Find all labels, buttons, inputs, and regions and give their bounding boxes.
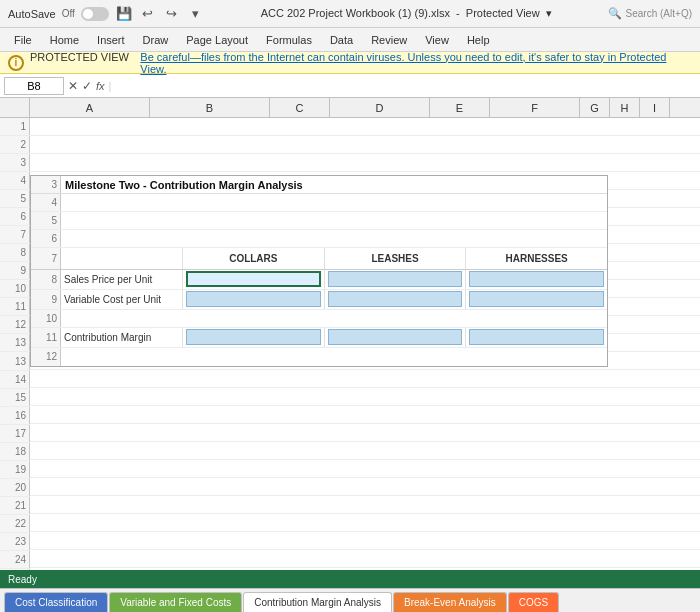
row-9-collars-cell[interactable] <box>183 290 325 309</box>
col-header-e[interactable]: E <box>430 98 490 117</box>
content-box: 3 Milestone Two - Contribution Margin An… <box>30 175 608 367</box>
menu-help[interactable]: Help <box>459 32 498 48</box>
row-8-num: 8 <box>31 270 61 289</box>
info-icon: i <box>8 55 24 71</box>
row-11-leashes-cell[interactable] <box>325 328 467 347</box>
col-label-leashes: LEASHES <box>325 248 467 269</box>
search-area: 🔍 Search (Alt+Q) <box>608 7 692 20</box>
menu-file[interactable]: File <box>6 32 40 48</box>
banner-link[interactable]: Be careful—files from the Internet can c… <box>140 51 692 75</box>
sheet-tab-cogs[interactable]: COGS <box>508 592 559 612</box>
grid-row-15: 15 <box>0 370 700 388</box>
row-11-num: 11 <box>31 328 61 347</box>
cancel-icon[interactable]: ✕ <box>68 79 78 93</box>
row-3-num: 3 <box>31 176 61 193</box>
col-header-h[interactable]: H <box>610 98 640 117</box>
col-header-g[interactable]: G <box>580 98 610 117</box>
col-header-d[interactable]: D <box>330 98 430 117</box>
row-9-num: 9 <box>31 290 61 309</box>
extra-row-16: 16 <box>0 407 30 425</box>
grid-row-18: 18 <box>0 424 700 442</box>
row-12-num: 12 <box>31 348 61 366</box>
menu-draw[interactable]: Draw <box>135 32 177 48</box>
formula-input[interactable] <box>115 80 696 92</box>
sheet-tab-variable-fixed[interactable]: Variable and Fixed Costs <box>109 592 242 612</box>
sheet-tab-break-even[interactable]: Break-Even Analysis <box>393 592 507 612</box>
col-header-b[interactable]: B <box>150 98 270 117</box>
col-header-f[interactable]: F <box>490 98 580 117</box>
extra-row-19: 19 <box>0 461 30 479</box>
col-header-c[interactable]: C <box>270 98 330 117</box>
menu-insert[interactable]: Insert <box>89 32 133 48</box>
autosave-label: AutoSave <box>8 8 56 20</box>
grid-row-19: 19 <box>0 442 700 460</box>
title-bar: AutoSave Off 💾 ↩ ↪ ▾ ACC 202 Project Wor… <box>0 0 700 28</box>
extra-row-24: 24 <box>0 551 30 569</box>
input-cell-leashes-11[interactable] <box>328 329 463 345</box>
row-4-num: 4 <box>31 194 61 211</box>
grid-row-17: 17 <box>0 406 700 424</box>
autosave-state-label: Off <box>62 8 75 19</box>
menu-view[interactable]: View <box>417 32 457 48</box>
grid-row-22: 22 <box>0 496 700 514</box>
column-headers: A B C D E F G H I <box>0 98 700 118</box>
row-9-harnesses-cell[interactable] <box>466 290 607 309</box>
input-cell-collars-11[interactable] <box>186 329 321 345</box>
customize-icon[interactable]: ▾ <box>187 5 205 23</box>
col-header-i[interactable]: I <box>640 98 670 117</box>
redo-icon[interactable]: ↪ <box>163 5 181 23</box>
row-9-label: Variable Cost per Unit <box>61 290 183 309</box>
menu-bar: File Home Insert Draw Page Layout Formul… <box>0 28 700 52</box>
undo-icon[interactable]: ↩ <box>139 5 157 23</box>
col-header-a[interactable]: A <box>30 98 150 117</box>
input-cell-harnesses-8[interactable] <box>469 271 604 287</box>
extra-row-14: 14 <box>0 371 30 389</box>
banner-protected-label: PROTECTED VIEW <box>30 51 134 75</box>
grid-area: 1234567891011121314151617181920212223242… <box>0 118 700 612</box>
menu-home[interactable]: Home <box>42 32 87 48</box>
row-7-num: 7 <box>31 248 61 269</box>
sheet-tab-contribution-margin[interactable]: Contribution Margin Analysis <box>243 592 392 612</box>
menu-formulas[interactable]: Formulas <box>258 32 320 48</box>
fx-label: fx <box>96 80 105 92</box>
input-cell-harnesses-9[interactable] <box>469 291 604 307</box>
row-8-leashes-cell[interactable] <box>325 270 467 289</box>
input-cell-collars-9[interactable] <box>186 291 321 307</box>
menu-data[interactable]: Data <box>322 32 361 48</box>
row-5-empty <box>61 212 607 229</box>
grid-row-1: 1 <box>0 118 700 136</box>
row-num-header <box>0 98 30 117</box>
extra-row-13: 13 <box>0 353 30 371</box>
spreadsheet-area: A B C D E F G H I 1234567891011121314151… <box>0 98 700 612</box>
row-8-collars-cell[interactable] <box>183 270 325 289</box>
selected-input-cell[interactable] <box>186 271 321 287</box>
menu-review[interactable]: Review <box>363 32 415 48</box>
autosave-knob <box>83 9 93 19</box>
search-label[interactable]: Search (Alt+Q) <box>626 8 692 19</box>
sheet-tabs: Cost Classification Variable and Fixed C… <box>0 588 700 612</box>
row-11-harnesses-cell[interactable] <box>466 328 607 347</box>
row-10-num: 10 <box>31 310 61 327</box>
row-8-harnesses-cell[interactable] <box>466 270 607 289</box>
save-icon[interactable]: 💾 <box>115 5 133 23</box>
row-11-collars-cell[interactable] <box>183 328 325 347</box>
grid-row-23: 23 <box>0 514 700 532</box>
input-cell-harnesses-11[interactable] <box>469 329 604 345</box>
sheet-tab-cost-classification[interactable]: Cost Classification <box>4 592 108 612</box>
search-icon: 🔍 <box>608 7 622 20</box>
row-9-leashes-cell[interactable] <box>325 290 467 309</box>
grid-row-25: 25 <box>0 550 700 568</box>
input-cell-leashes-9[interactable] <box>328 291 463 307</box>
row-4-empty <box>61 194 607 211</box>
row-6-num: 6 <box>31 230 61 247</box>
input-cell-leashes-8[interactable] <box>328 271 463 287</box>
col-label-collars: COLLARS <box>183 248 325 269</box>
autosave-toggle[interactable] <box>81 7 109 21</box>
grid-row-20: 20 <box>0 460 700 478</box>
menu-page-layout[interactable]: Page Layout <box>178 32 256 48</box>
confirm-icon[interactable]: ✓ <box>82 79 92 93</box>
row-5-num: 5 <box>31 212 61 229</box>
row-12-empty <box>61 348 607 366</box>
title-bar-left: AutoSave Off 💾 ↩ ↪ ▾ <box>8 5 205 23</box>
cell-reference-input[interactable] <box>4 77 64 95</box>
